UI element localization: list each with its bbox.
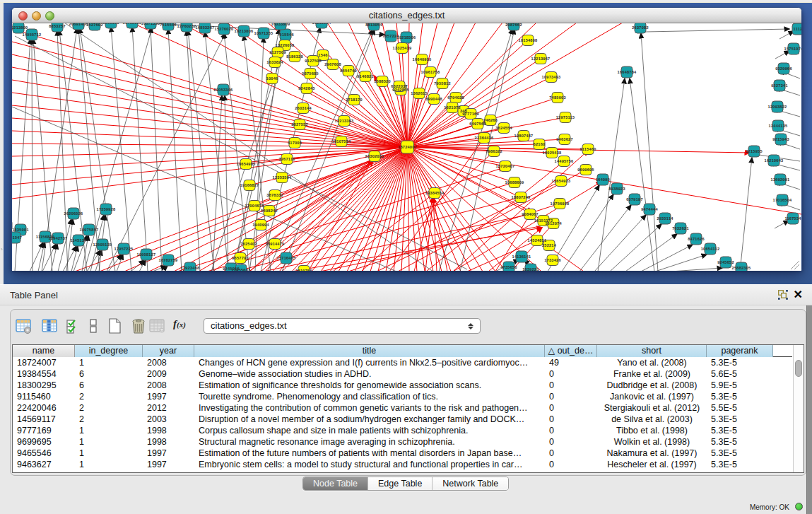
svg-text:12975115: 12975115 (556, 115, 575, 119)
svg-text:9827552: 9827552 (291, 122, 308, 127)
svg-text:9777169: 9777169 (462, 112, 479, 116)
svg-text:14055712: 14055712 (23, 33, 42, 37)
svg-text:18313054: 18313054 (312, 23, 332, 25)
svg-text:12505135: 12505135 (93, 243, 112, 247)
svg-text:14495756: 14495756 (555, 159, 574, 163)
svg-text:1588520: 1588520 (374, 79, 391, 83)
svg-text:9227341: 9227341 (771, 83, 788, 88)
svg-text:1633824: 1633824 (266, 60, 283, 64)
svg-text:15716485: 15716485 (277, 256, 296, 260)
svg-text:164095: 164095 (596, 177, 610, 182)
svg-text:7955812: 7955812 (434, 81, 451, 86)
svg-text:15276020: 15276020 (215, 27, 234, 31)
svg-text:2087662: 2087662 (505, 23, 522, 27)
svg-text:9242845: 9242845 (298, 86, 315, 90)
svg-text:12213967: 12213967 (531, 57, 551, 61)
svg-text:18807249: 18807249 (512, 195, 531, 199)
svg-text:5498242: 5498242 (261, 209, 278, 213)
svg-text:12093822: 12093822 (768, 105, 787, 109)
svg-text:6794028: 6794028 (447, 95, 464, 100)
svg-text:12923468: 12923468 (181, 266, 200, 270)
svg-text:1145134: 1145134 (70, 238, 87, 243)
svg-text:1112: 1112 (794, 27, 801, 31)
svg-text:8454749: 8454749 (340, 69, 357, 73)
svg-text:1621072: 1621072 (444, 105, 461, 110)
svg-text:9699695: 9699695 (577, 168, 594, 172)
svg-text:7986322: 7986322 (486, 149, 502, 153)
svg-text:252214: 252214 (542, 243, 557, 247)
svg-text:2637082: 2637082 (632, 25, 649, 30)
svg-text:3624554: 3624554 (495, 126, 512, 130)
svg-text:13226058: 13226058 (276, 43, 295, 47)
svg-text:16914479: 16914479 (266, 242, 285, 246)
svg-text:1839221: 1839221 (522, 267, 539, 271)
svg-text:26206526: 26206526 (64, 211, 83, 216)
svg-text:1167534: 1167534 (784, 216, 801, 221)
svg-text:22455603: 22455603 (232, 268, 251, 271)
svg-text:15751074: 15751074 (784, 47, 801, 51)
svg-text:746266: 746266 (483, 118, 498, 122)
svg-text:1835001: 1835001 (12, 228, 29, 232)
svg-text:7485003: 7485003 (549, 95, 566, 100)
svg-text:1940994: 1940994 (252, 223, 269, 227)
svg-text:15720407: 15720407 (496, 164, 515, 168)
svg-text:17016504: 17016504 (773, 198, 793, 202)
svg-text:16782759: 16782759 (159, 258, 178, 262)
svg-text:16033809: 16033809 (271, 23, 290, 26)
svg-text:7515546: 7515546 (160, 23, 177, 27)
svg-text:4735650: 4735650 (500, 265, 517, 269)
svg-text:16640910: 16640910 (413, 57, 432, 62)
svg-text:19756928: 19756928 (551, 201, 570, 206)
svg-text:9215943: 9215943 (772, 137, 789, 141)
svg-text:5875685: 5875685 (302, 71, 319, 76)
svg-text:18724007: 18724007 (398, 145, 417, 149)
svg-text:2603144: 2603144 (295, 106, 312, 110)
svg-text:417006: 417006 (288, 141, 302, 145)
svg-text:9127509: 9127509 (269, 50, 286, 54)
svg-text:6322037: 6322037 (391, 84, 408, 88)
svg-text:9245652: 9245652 (717, 260, 734, 264)
svg-text:19218506: 19218506 (397, 35, 416, 40)
svg-text:23302033: 23302033 (365, 154, 384, 158)
svg-text:2935114: 2935114 (657, 216, 673, 221)
svg-text:10025438: 10025438 (543, 151, 562, 155)
svg-text:8813054: 8813054 (365, 23, 382, 27)
svg-text:7515546: 7515546 (277, 33, 294, 37)
svg-text:10807487: 10807487 (514, 134, 534, 138)
svg-text:17359928: 17359928 (97, 207, 116, 211)
svg-text:10671355: 10671355 (254, 31, 273, 35)
svg-text:19654985: 19654985 (237, 162, 256, 166)
svg-text:3215955: 3215955 (746, 149, 763, 153)
svg-text:991547: 991547 (12, 235, 22, 240)
svg-text:19213800: 19213800 (12, 25, 28, 30)
svg-text:10975857: 10975857 (80, 228, 99, 232)
svg-text:13325419: 13325419 (393, 46, 412, 50)
svg-text:14136141: 14136141 (512, 255, 531, 259)
svg-text:18107554: 18107554 (332, 139, 352, 144)
svg-text:21364436: 21364436 (475, 136, 494, 140)
svg-text:1612074: 1612074 (545, 221, 562, 226)
svg-text:25882305: 25882305 (732, 266, 751, 270)
svg-text:9127508: 9127508 (305, 59, 322, 63)
svg-text:20053346: 20053346 (214, 88, 233, 92)
svg-text:9474444: 9474444 (641, 207, 658, 211)
svg-text:12353594: 12353594 (273, 175, 293, 180)
svg-text:1733426: 1733426 (544, 258, 561, 262)
svg-text:10154808: 10154808 (519, 38, 538, 42)
svg-text:20691406: 20691406 (69, 23, 88, 26)
svg-text:6379197: 6379197 (626, 197, 643, 201)
svg-text:19213806: 19213806 (235, 29, 254, 33)
svg-text:1546: 1546 (318, 53, 327, 57)
svg-text:10671355: 10671355 (141, 23, 160, 25)
svg-text:12444135: 12444135 (769, 124, 788, 128)
svg-text:9146821: 9146821 (357, 74, 374, 78)
svg-text:9329966: 9329966 (775, 66, 792, 71)
svg-text:10719155: 10719155 (123, 23, 142, 25)
svg-text:8471626: 8471626 (688, 237, 705, 241)
svg-text:3878332: 3878332 (266, 193, 283, 197)
svg-text:1362615: 1362615 (411, 91, 428, 95)
svg-text:8186328: 8186328 (286, 54, 303, 59)
svg-text:7632621: 7632621 (672, 226, 689, 230)
svg-text:10961758: 10961758 (421, 70, 440, 74)
svg-text:10046: 10046 (266, 76, 278, 81)
